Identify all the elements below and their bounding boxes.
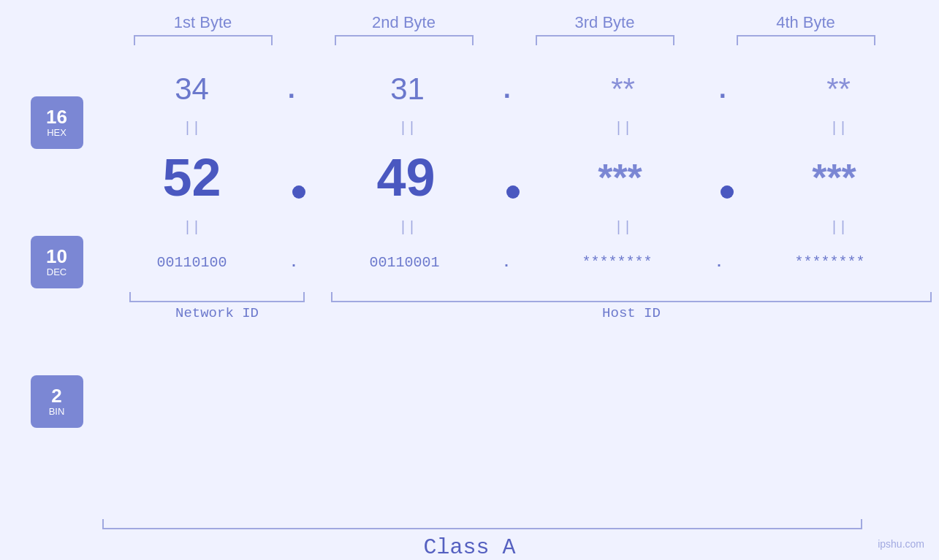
hex-badge-number: 16 (46, 107, 67, 128)
dec-value-3: *** (598, 156, 642, 199)
bin-badge-label: BIN (49, 406, 65, 417)
dec-value-2: 49 (376, 147, 435, 207)
network-id-label: Network ID (129, 305, 305, 321)
bottom-brackets-row (91, 292, 939, 302)
id-labels-row: Network ID Host ID (91, 305, 939, 321)
dec-value-1: 52 (162, 147, 221, 207)
bracket-cell-2 (303, 35, 504, 45)
dec-cell-1: 52 (91, 147, 292, 207)
eq2-cell-1: || (91, 218, 292, 237)
bin-cell-1: 00110100 (91, 254, 292, 271)
eq-cell-1: || (91, 118, 292, 137)
hex-badge: 16 HEX (31, 96, 83, 149)
byte4-header: 4th Byte (705, 13, 906, 32)
bin-cell-2: 00110001 (304, 254, 505, 271)
eq2-cell-3: || (522, 218, 723, 237)
main-container: 1st Byte 2nd Byte 3rd Byte 4th Byte 16 H… (0, 0, 939, 560)
hex-cell-2: 31 (307, 72, 508, 107)
dec-badge: 10 DEC (31, 236, 83, 288)
dec-cell-3: *** (520, 156, 721, 199)
hex-sep-2: . (499, 76, 514, 106)
dec-cell-2: 49 (305, 147, 506, 207)
bracket-top-2 (335, 35, 474, 45)
bin-cell-4: ******** (729, 254, 930, 271)
dec-cell-4: *** (734, 156, 935, 199)
dec-sep-3 (721, 185, 734, 199)
badges-column: 16 HEX 10 DEC 2 BIN (22, 53, 91, 515)
byte1-header: 1st Byte (102, 13, 303, 32)
hex-cell-4: ** (738, 72, 939, 107)
bin-badge-number: 2 (51, 386, 61, 407)
bracket-cell-1 (102, 35, 303, 45)
hex-value-3: ** (611, 72, 635, 107)
bracket-top-4 (737, 35, 875, 45)
bin-value-4: ******** (794, 254, 864, 271)
bin-value-1: 00110100 (156, 254, 227, 271)
hex-cell-3: ** (522, 72, 723, 107)
host-id-label: Host ID (331, 305, 932, 321)
hex-badge-label: HEX (47, 127, 66, 138)
dec-sep-2 (506, 185, 520, 199)
bin-value-3: ******** (582, 254, 652, 271)
hex-value-2: 31 (390, 72, 425, 107)
hex-cell-1: 34 (91, 72, 292, 107)
equals-row-1: || || || || (91, 118, 939, 137)
bracket-cell-4 (705, 35, 906, 45)
dec-badge-number: 10 (46, 246, 67, 267)
bin-sep-3: . (713, 254, 725, 271)
full-bottom-bracket (102, 519, 862, 529)
dec-value-4: *** (812, 156, 856, 199)
byte-headers: 1st Byte 2nd Byte 3rd Byte 4th Byte (0, 0, 939, 32)
bin-sep-2: . (501, 254, 512, 271)
hex-value-4: ** (826, 72, 851, 107)
eq-cell-3: || (522, 118, 723, 137)
content-area: 16 HEX 10 DEC 2 BIN 34 . 31 (0, 53, 939, 515)
bin-badge: 2 BIN (31, 375, 83, 428)
hex-row: 34 . 31 . ** . ** (91, 60, 939, 118)
eq-cell-2: || (307, 118, 508, 137)
bin-value-2: 00110001 (369, 254, 439, 271)
bin-sep-1: . (288, 254, 300, 271)
hex-sep-1: . (284, 76, 298, 106)
bracket-top-3 (536, 35, 674, 45)
data-columns: 34 . 31 . ** . ** || || (91, 53, 939, 515)
dec-badge-label: DEC (47, 266, 66, 277)
network-bracket (129, 292, 305, 302)
top-brackets (0, 35, 939, 45)
bin-row: 00110100 . 00110001 . ******** . *******… (91, 237, 939, 288)
hex-sep-3: . (715, 76, 729, 106)
eq-cell-4: || (738, 118, 939, 137)
byte2-header: 2nd Byte (303, 13, 504, 32)
watermark: ipshu.com (878, 538, 924, 550)
class-label: Class A (0, 535, 939, 560)
eq2-cell-4: || (738, 218, 939, 237)
dec-row: 52 49 *** *** (91, 137, 939, 218)
hex-value-1: 34 (175, 72, 209, 107)
byte3-header: 3rd Byte (504, 13, 705, 32)
host-bracket (331, 292, 932, 302)
bracket-cell-3 (504, 35, 705, 45)
dec-sep-1 (292, 185, 305, 199)
eq2-cell-2: || (307, 218, 508, 237)
equals-row-2: || || || || (91, 218, 939, 237)
bracket-top-1 (134, 35, 273, 45)
bin-cell-3: ******** (517, 254, 718, 271)
